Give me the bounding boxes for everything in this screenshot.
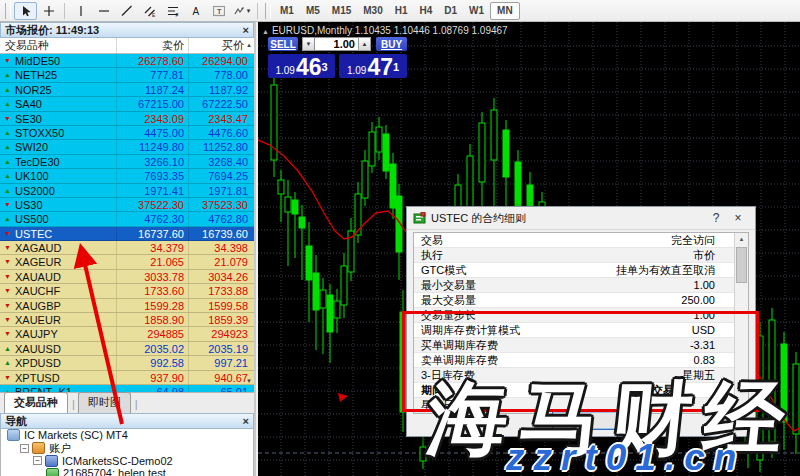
market-watch-row-USTEC[interactable]: ▼USTEC16737.6016739.60 (0, 227, 254, 241)
navigator-titlebar[interactable]: 导航 × (0, 413, 254, 429)
symbol-label: NETH25 (15, 68, 116, 81)
sell-price-display[interactable]: 1.09 46 3 (268, 54, 335, 78)
market-watch-row-XAUJPY[interactable]: ▼XAUJPY294885294923 (0, 327, 254, 341)
market-watch-row-US500[interactable]: ▲US5004762.304762.80 (0, 212, 254, 226)
symbol-label: UK100 (15, 169, 116, 182)
timeframe-button-M1[interactable]: M1 (274, 2, 300, 20)
horizontal-line-tool[interactable] (92, 2, 115, 20)
timeframe-button-M5[interactable]: M5 (300, 2, 326, 20)
crosshair-icon (43, 5, 55, 17)
bid-price: 37522.30 (116, 198, 188, 211)
market-watch-row-SE30[interactable]: ▼SE302343.092343.47 (0, 112, 254, 126)
volume-input[interactable] (314, 37, 359, 51)
toolbar-grip[interactable] (5, 3, 11, 19)
fibonacci-tool[interactable]: F (161, 2, 184, 20)
column-bid[interactable]: 卖价 (116, 38, 188, 53)
nav-item-ic-markets-sc-mt4[interactable]: IC Markets (SC) MT4 (1, 429, 253, 442)
market-watch-row-XAUUSD[interactable]: ▲XAUUSD2035.022035.19 (0, 342, 254, 356)
trendline-tool[interactable] (115, 2, 138, 20)
tab-即时图[interactable]: 即时图 (78, 392, 131, 413)
market-watch-row-SWI20[interactable]: ▲SWI2011249.8011252.80 (0, 140, 254, 154)
market-watch-titlebar[interactable]: 市场报价: 11:49:13 × (0, 22, 254, 38)
timeframe-button-H1[interactable]: H1 (389, 2, 414, 20)
tree-expander-icon[interactable]: − (33, 456, 42, 465)
market-watch-row-XPTUSD[interactable]: ▼XPTUSD937.90940.67 (0, 371, 254, 385)
market-watch-row-STOXX50[interactable]: ▲STOXX504475.004476.60 (0, 126, 254, 140)
scroll-up-icon[interactable]: ▲ (246, 42, 252, 48)
channel-icon: E (144, 5, 156, 17)
spec-value: 市价 (693, 248, 715, 263)
svg-text:T: T (216, 7, 221, 16)
market-watch-row-SA40[interactable]: ▲SA4067215.0067222.50 (0, 97, 254, 111)
timeframe-button-M15[interactable]: M15 (326, 2, 357, 20)
timeframe-button-H4[interactable]: H4 (414, 2, 439, 20)
nav-item-21685704-helen-test[interactable]: 21685704: helen test (1, 467, 253, 476)
bid-price: 64.98 (116, 385, 188, 392)
timeframe-button-MN[interactable]: MN (490, 2, 520, 20)
timeframe-button-W1[interactable]: W1 (463, 2, 490, 20)
crosshair-tool[interactable] (37, 2, 60, 20)
arrows-tool[interactable]: ▾ (230, 2, 253, 20)
text-label-tool[interactable]: T (207, 2, 230, 20)
contract-spec-row[interactable]: 最大交易量250.00 (414, 293, 735, 308)
market-watch-row-XAUCHF[interactable]: ▼XAUCHF1733.601733.88 (0, 284, 254, 298)
market-watch-row-XAUAUD[interactable]: ▼XAUAUD3033.783034.26 (0, 270, 254, 284)
timeframe-button-M30[interactable]: M30 (357, 2, 388, 20)
market-watch-column-header[interactable]: 交易品种 卖价 买价 ▲ (0, 38, 254, 54)
tree-expander-icon[interactable]: − (20, 444, 29, 453)
market-watch-row-XAGEUR[interactable]: ▼XAGEUR21.06521.079 (0, 255, 254, 269)
market-watch-row-US30[interactable]: ▼US3037522.3037523.30 (0, 198, 254, 212)
contract-spec-row[interactable]: 最小交易量1.00 (414, 278, 735, 293)
market-watch-row-US2000[interactable]: ▲US20001971.411971.81 (0, 184, 254, 198)
dialog-help-button[interactable]: ? (705, 211, 727, 225)
tab-交易品种[interactable]: 交易品种 (4, 392, 68, 413)
contract-spec-icon (413, 212, 426, 224)
nav-item--[interactable]: −账户 (1, 442, 253, 455)
arrow-up-icon: ▲ (0, 385, 15, 392)
market-watch-row-UK100[interactable]: ▲UK1007693.357694.25 (0, 169, 254, 183)
text-tool[interactable]: A (184, 2, 207, 20)
text-icon: A (190, 5, 202, 17)
scrollbar-thumb[interactable] (736, 247, 747, 283)
arrow-down-icon: ▼ (0, 255, 15, 268)
ask-price: 1733.88 (188, 284, 254, 297)
contract-spec-row[interactable]: 交易完全访问 (414, 233, 735, 248)
contract-spec-row[interactable]: 执行市价 (414, 248, 735, 263)
market-watch-row-BRENT_K1[interactable]: ▲BRENT_K164.9865.01 (0, 385, 254, 392)
toolbar-separator (257, 3, 258, 19)
timeframe-button-D1[interactable]: D1 (438, 2, 463, 20)
nav-item-icmarketssc-demo02[interactable]: −ICMarketsSC-Demo02 (1, 455, 253, 468)
scroll-down-icon[interactable]: ▼ (246, 378, 252, 384)
market-watch-row-XPDUSD[interactable]: ▲XPDUSD992.58997.21 (0, 356, 254, 370)
contract-spec-row[interactable]: GTC模式挂单为有效直至取消 (414, 263, 735, 278)
vertical-line-tool[interactable] (69, 2, 92, 20)
user-icon (46, 468, 59, 476)
ask-price: 778.00 (188, 68, 254, 81)
arrow-up-icon: ▲ (0, 97, 15, 110)
nav-item-label: IC Markets (SC) MT4 (24, 429, 128, 442)
column-ask[interactable]: 买价 (188, 38, 254, 53)
scrollbar-up-icon[interactable]: ▲ (735, 233, 748, 246)
market-watch-row-MidDE50[interactable]: ▼MidDE5026278.6026294.00 (0, 54, 254, 68)
sell-button[interactable]: SELL (268, 37, 298, 51)
market-watch-row-NETH25[interactable]: ▲NETH25777.81778.00 (0, 68, 254, 82)
market-watch-row-TecDE30[interactable]: ▲TecDE303266.103268.40 (0, 155, 254, 169)
market-watch-row-NOR25[interactable]: ▲NOR251187.241187.92 (0, 83, 254, 97)
navigator-close-icon[interactable]: × (243, 416, 249, 426)
dialog-titlebar[interactable]: USTEC 的合约细则 ? × (407, 207, 755, 230)
market-watch-row-XAUGBP[interactable]: ▼XAUGBP1599.281599.58 (0, 299, 254, 313)
buy-button[interactable]: BUY (376, 37, 407, 51)
bid-price: 1599.28 (116, 299, 188, 312)
timeframe-toolbar-grip[interactable] (265, 3, 271, 19)
market-watch-row-XAUEUR[interactable]: ▼XAUEUR1858.901859.39 (0, 313, 254, 327)
navigator-tree: IC Markets (SC) MT4−账户−ICMarketsSC-Demo0… (0, 429, 254, 476)
cursor-tool[interactable] (14, 2, 37, 20)
spec-label: 最小交易量 (421, 278, 476, 293)
volume-increase-button[interactable]: ▲ (358, 37, 371, 51)
equidistant-channel-tool[interactable]: E (138, 2, 161, 20)
buy-price-display[interactable]: 1.09 47 1 (339, 54, 407, 78)
market-watch-row-XAGAUD[interactable]: ▼XAGAUD34.37934.398 (0, 241, 254, 255)
column-symbol[interactable]: 交易品种 (0, 38, 116, 53)
dialog-close-icon[interactable]: × (727, 211, 749, 225)
market-watch-close-icon[interactable]: × (243, 25, 249, 35)
